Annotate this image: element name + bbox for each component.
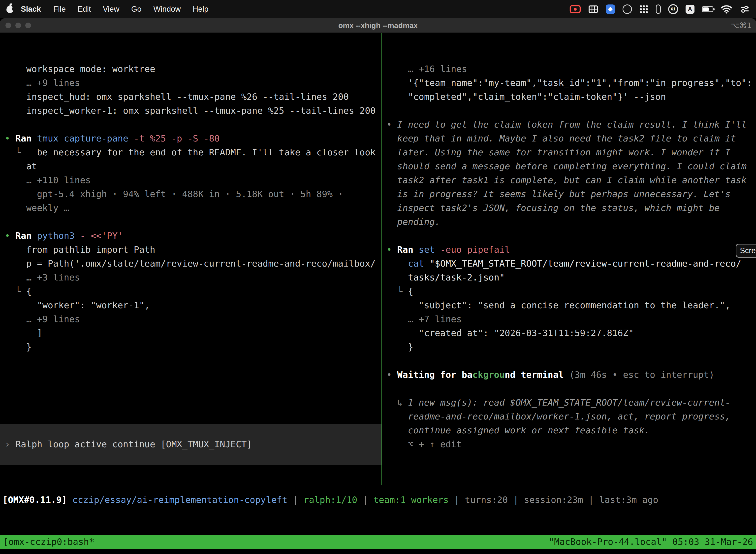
terminal-line [5, 118, 381, 131]
input-source-label: A [686, 5, 694, 14]
terminal-line: └ { [5, 284, 381, 298]
terminal-line: • Ran set -euo pipefail [386, 243, 756, 257]
terminal-line [386, 104, 756, 118]
terminal-line: at [5, 159, 381, 173]
terminal-line: "subject": "send a concise recommendatio… [386, 298, 756, 312]
minimize-button[interactable] [15, 22, 21, 28]
terminal-line: ↳ 1 new msg(s): read $OMX_TEAM_STATE_ROO… [386, 396, 756, 409]
battery-icon[interactable] [702, 6, 713, 12]
terminal-line: weekly … [5, 201, 381, 215]
terminal-line: • Ran tmux capture-pane -t %25 -p -S -80 [5, 131, 381, 146]
terminal-line: p = Path('.omx/state/team/review-current… [5, 257, 381, 271]
close-button[interactable] [5, 22, 11, 28]
menu-file[interactable]: File [53, 5, 66, 14]
terminal-line [386, 382, 756, 396]
menu-edit[interactable]: Edit [78, 5, 91, 14]
terminal-line: task2 after task1 is complete, but can I… [386, 173, 756, 187]
window-shortcut-hint: ⌥⌘1 [731, 21, 752, 30]
terminal-line: … +3 lines [5, 271, 381, 284]
grid-icon[interactable] [588, 5, 598, 13]
terminal-line: } [386, 340, 756, 354]
terminal-line: … +7 lines [386, 312, 756, 326]
right-terminal-pane[interactable]: … +16 lines '{"team_name":"my-team","tas… [382, 33, 756, 487]
terminal-line: from pathlib import Path [5, 243, 381, 257]
terminal-line: └ { [386, 284, 756, 298]
terminal-line: … +9 lines [5, 312, 381, 326]
terminal-line [386, 229, 756, 243]
input-source-icon[interactable]: A [686, 5, 694, 14]
menu-view[interactable]: View [103, 5, 119, 14]
battery-percentage-icon[interactable]: 61 [668, 4, 678, 14]
omx-status-line: [OMX#0.11.9] cczip/essay/ai-reimplementa… [0, 493, 756, 507]
menu-window[interactable]: Window [153, 5, 181, 14]
terminal-line: } [5, 340, 381, 354]
terminal-line: … +16 lines [386, 62, 756, 76]
terminal-line: keep that in mind. Maybe I also need the… [386, 131, 756, 146]
terminal-line: "completed","claim_token":"claim-token"}… [386, 90, 756, 104]
window-titlebar[interactable]: omx --xhigh --madmax ⌥⌘1 [0, 18, 756, 33]
tmux-status-bar: [omx-cczip0:bash* "MacBook-Pro-44.local"… [0, 535, 756, 549]
circle-app-icon[interactable] [623, 4, 632, 14]
apple-menu-icon[interactable] [6, 5, 13, 13]
screen-recording-indicator-icon[interactable] [569, 5, 581, 13]
tmux-session-label: [omx-cczip0:bash* [3, 535, 94, 549]
raycast-icon[interactable] [606, 4, 615, 14]
terminal-line: • Ran python3 - <<'PY' [5, 229, 381, 243]
terminal-line: readme-and-reco/mailbox/worker-1.json, a… [386, 409, 756, 424]
terminal-line: should send a message before completing … [386, 159, 756, 173]
terminal-line: ⌥ + ↑ edit [386, 437, 756, 451]
terminal-line: gpt-5.4 xhigh · 94% left · 488K in · 5.1… [5, 187, 381, 201]
terminal-content: workspace_mode: worktree … +9 lines insp… [0, 33, 756, 554]
menu-help[interactable]: Help [193, 5, 208, 14]
window-controls [5, 18, 31, 33]
terminal-line [386, 354, 756, 368]
terminal-line: '{"team_name":"my-team","task_id":"1","f… [386, 76, 756, 90]
terminal-line: … +110 lines [5, 173, 381, 187]
terminal-line: "created_at": "2026-03-31T11:59:27.816Z" [386, 326, 756, 340]
terminal-line: └ be necessary for the end of the README… [5, 146, 381, 159]
screen: Slack File Edit View Go Window Help [0, 0, 756, 554]
window-title: omx --xhigh --madmax [338, 21, 418, 30]
terminal-line: later. Using the same for transition mig… [386, 146, 756, 159]
terminal-line: … +9 lines [5, 76, 381, 90]
app-grid-icon[interactable] [639, 5, 648, 14]
terminal-line: inspect_worker-1: omx sparkshell --tmux-… [5, 104, 381, 118]
terminal-line: cat "$OMX_TEAM_STATE_ROOT/team/review-cu… [386, 257, 756, 271]
terminal-line [5, 354, 381, 368]
menu-bar: Slack File Edit View Go Window Help [0, 0, 756, 18]
wifi-icon[interactable] [721, 5, 732, 14]
menu-bar-left: Slack File Edit View Go Window Help [6, 5, 214, 14]
terminal-line: pending. [386, 215, 756, 229]
left-terminal-pane[interactable]: workspace_mode: worktree … +9 lines insp… [0, 33, 381, 487]
terminal-line: • I need to get the claim token from the… [386, 118, 756, 131]
menu-app-name[interactable]: Slack [21, 5, 41, 14]
ralph-notice-bar: › Ralph loop active continue [OMX_TMUX_I… [0, 424, 381, 465]
menu-bar-status-icons: 61 A [569, 4, 750, 14]
terminal-line: tasks/task-2.json" [386, 271, 756, 284]
terminal-line: inspect_hud: omx sparkshell --tmux-pane … [5, 90, 381, 104]
terminal-line: continue assigned work or next feasible … [386, 424, 756, 437]
tmux-host-clock: "MacBook-Pro-44.local" 05:03 31-Mar-26 [549, 535, 753, 549]
terminal-line: "worker": "worker-1", [5, 298, 381, 312]
control-center-icon[interactable] [740, 5, 750, 13]
zoom-button[interactable] [25, 22, 31, 28]
terminal-line: workspace_mode: worktree [5, 62, 381, 76]
menu-go[interactable]: Go [131, 5, 141, 14]
terminal-line: ] [5, 326, 381, 340]
right-transcript: … +16 lines '{"team_name":"my-team","tas… [386, 62, 756, 451]
capsule-icon[interactable] [656, 4, 661, 14]
terminal-line: • Waiting for background terminal (3m 46… [386, 368, 756, 382]
terminal-line: inspect task2's JSON, focusing on the st… [386, 201, 756, 215]
terminal-window: omx --xhigh --madmax ⌥⌘1 workspace_mode:… [0, 18, 756, 554]
ralph-notice-text: › Ralph loop active continue [OMX_TMUX_I… [5, 437, 252, 451]
screenshot-overlay: Scre [736, 244, 756, 258]
battery-percent-label: 61 [671, 7, 675, 11]
terminal-line: is in progress? It seems likely but perh… [386, 187, 756, 201]
left-transcript: workspace_mode: worktree … +9 lines insp… [5, 62, 381, 368]
screenshot-overlay-label: Scre [740, 244, 756, 258]
terminal-line [5, 215, 381, 229]
